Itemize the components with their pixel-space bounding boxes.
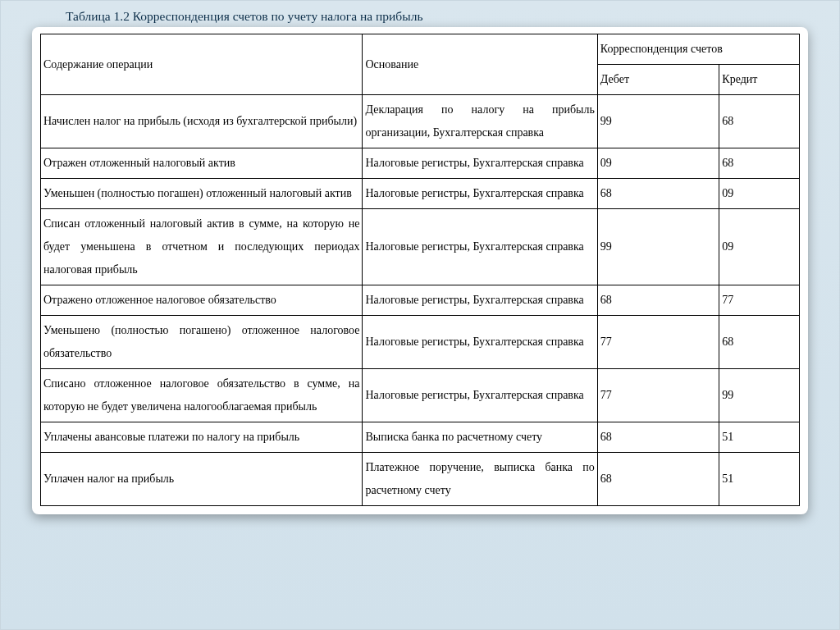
cell-debit: 77	[597, 369, 719, 422]
cell-basis: Налоговые регистры, Бухгалтерская справк…	[363, 148, 597, 179]
header-credit: Кредит	[719, 65, 800, 95]
cell-credit: 99	[719, 369, 800, 422]
content-card: Содержание операции Основание Корреспонд…	[32, 27, 808, 514]
cell-credit: 68	[719, 95, 800, 148]
correspondence-table: Содержание операции Основание Корреспонд…	[40, 34, 800, 506]
table-row: Уплачены авансовые платежи по налогу на …	[41, 422, 800, 453]
cell-debit: 68	[597, 453, 719, 506]
cell-basis: Декларация по налогу на прибыль организа…	[363, 95, 597, 148]
cell-basis: Налоговые регистры, Бухгалтерская справк…	[363, 285, 597, 316]
cell-debit: 77	[597, 316, 719, 369]
cell-operation: Начислен налог на прибыль (исходя из бух…	[41, 95, 363, 148]
table-row: Уменьшено (полностью погашено) отложенно…	[41, 316, 800, 369]
cell-credit: 77	[719, 285, 800, 316]
cell-credit: 68	[719, 148, 800, 179]
cell-operation: Списан отложенный налоговый актив в сумм…	[41, 209, 363, 285]
cell-basis: Платежное поручение, выписка банка по ра…	[363, 453, 597, 506]
header-operation: Содержание операции	[41, 34, 363, 95]
cell-credit: 09	[719, 209, 800, 285]
cell-basis: Налоговые регистры, Бухгалтерская справк…	[363, 316, 597, 369]
table-row: Уменьшен (полностью погашен) отложенный …	[41, 179, 800, 209]
table-row: Списан отложенный налоговый актив в сумм…	[41, 209, 800, 285]
cell-operation: Уменьшено (полностью погашено) отложенно…	[41, 316, 363, 369]
cell-basis: Выписка банка по расчетному счету	[363, 422, 597, 453]
cell-operation: Уплачен налог на прибыль	[41, 453, 363, 506]
cell-debit: 99	[597, 209, 719, 285]
table-row: Отражен отложенный налоговый актив Налог…	[41, 148, 800, 179]
cell-debit: 68	[597, 422, 719, 453]
cell-debit: 99	[597, 95, 719, 148]
cell-debit: 68	[597, 179, 719, 209]
cell-credit: 51	[719, 422, 800, 453]
table-row: Списано отложенное налоговое обязательст…	[41, 369, 800, 422]
cell-operation: Отражен отложенный налоговый актив	[41, 148, 363, 179]
cell-credit: 51	[719, 453, 800, 506]
header-correspondence: Корреспонденция счетов	[597, 34, 799, 65]
table-title: Таблица 1.2 Корреспонденция счетов по уч…	[66, 9, 828, 24]
table-row: Уплачен налог на прибыль Платежное поруч…	[41, 453, 800, 506]
cell-basis: Налоговые регистры, Бухгалтерская справк…	[363, 369, 597, 422]
cell-debit: 09	[597, 148, 719, 179]
cell-credit: 68	[719, 316, 800, 369]
cell-operation: Отражено отложенное налоговое обязательс…	[41, 285, 363, 316]
cell-credit: 09	[719, 179, 800, 209]
cell-basis: Налоговые регистры, Бухгалтерская справк…	[363, 209, 597, 285]
table-row: Отражено отложенное налоговое обязательс…	[41, 285, 800, 316]
cell-operation: Списано отложенное налоговое обязательст…	[41, 369, 363, 422]
cell-debit: 68	[597, 285, 719, 316]
cell-basis: Налоговые регистры, Бухгалтерская справк…	[363, 179, 597, 209]
header-debit: Дебет	[597, 65, 719, 95]
cell-operation: Уплачены авансовые платежи по налогу на …	[41, 422, 363, 453]
header-basis: Основание	[363, 34, 597, 95]
cell-operation: Уменьшен (полностью погашен) отложенный …	[41, 179, 363, 209]
table-row: Начислен налог на прибыль (исходя из бух…	[41, 95, 800, 148]
page: Таблица 1.2 Корреспонденция счетов по уч…	[0, 0, 840, 630]
